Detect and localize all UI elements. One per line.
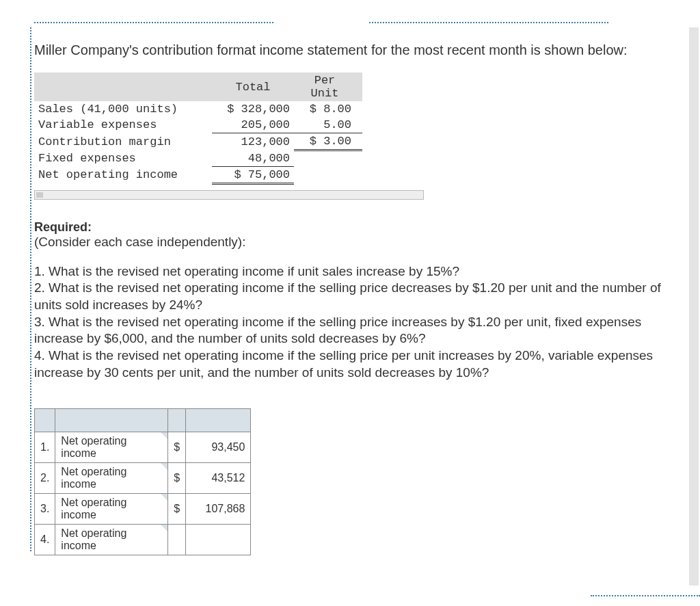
row-contribution-total: 123,000 [212, 133, 294, 150]
income-statement-table: Total Per Unit Sales (41,000 units) $ 32… [34, 73, 362, 185]
row-noi-unit [294, 166, 362, 183]
answer-row-4: 4. Net operating income [35, 525, 251, 555]
question-3: 3. What is the revised net operating inc… [34, 314, 686, 347]
header-total: Total [212, 73, 294, 101]
answer-num: 4. [35, 525, 55, 555]
row-variable-unit: 5.00 [294, 117, 362, 133]
question-4: 4. What is the revised net operating inc… [34, 347, 686, 381]
decorative-divider [30, 27, 31, 551]
row-sales-total: $ 328,000 [212, 101, 294, 117]
answer-currency[interactable]: $ [168, 432, 186, 463]
row-sales-unit: $ 8.00 [294, 101, 362, 117]
question-2: 2. What is the revised net operating inc… [34, 280, 686, 313]
row-fixed-unit [294, 150, 362, 167]
row-noi-label: Net operating income [34, 166, 212, 183]
answers-table: 1. Net operating income $ 93,450 2. Net … [34, 408, 251, 555]
spacer-cell [168, 409, 186, 432]
header-per-unit: Per Unit [294, 73, 362, 101]
answer-currency[interactable]: $ [168, 463, 186, 494]
row-contribution-unit: $ 3.00 [294, 133, 362, 150]
answer-num: 1. [35, 432, 55, 463]
decorative-divider [591, 595, 700, 596]
row-fixed-label: Fixed expenses [34, 150, 212, 167]
answer-value-input[interactable] [186, 525, 251, 555]
answer-label: Net operating income [55, 463, 168, 494]
row-sales-label: Sales (41,000 units) [34, 101, 212, 117]
answer-row-3: 3. Net operating income $ 107,868 [35, 494, 251, 525]
questions-block: 1. What is the revised net operating inc… [34, 263, 686, 382]
vertical-scrollbar[interactable] [689, 27, 699, 585]
answer-value-input[interactable]: 107,868 [186, 494, 251, 525]
required-heading: Required: [34, 220, 686, 235]
answer-label: Net operating income [55, 525, 168, 555]
row-variable-total: 205,000 [212, 117, 294, 133]
row-contribution-label: Contribution margin [34, 133, 212, 150]
header-blank [34, 73, 212, 101]
answer-value-input[interactable]: 43,512 [186, 463, 251, 494]
answer-label: Net operating income [55, 494, 168, 525]
decorative-divider [34, 22, 273, 23]
answer-num: 2. [35, 463, 55, 494]
row-noi-total: $ 75,000 [212, 166, 294, 183]
answer-value-input[interactable]: 93,450 [186, 432, 251, 463]
spacer-cell [55, 409, 168, 432]
horizontal-scrollbar[interactable] [34, 190, 424, 200]
consider-text: (Consider each case independently): [34, 235, 686, 250]
spacer-cell [35, 409, 55, 432]
answer-row-1: 1. Net operating income $ 93,450 [35, 432, 251, 463]
spacer-cell [186, 409, 251, 432]
answer-label: Net operating income [55, 432, 168, 463]
decorative-divider [369, 22, 608, 23]
question-1: 1. What is the revised net operating inc… [34, 263, 686, 280]
answer-row-2: 2. Net operating income $ 43,512 [35, 463, 251, 494]
row-fixed-total: 48,000 [212, 150, 294, 167]
intro-text: Miller Company's contribution format inc… [34, 41, 686, 59]
answer-num: 3. [35, 494, 55, 525]
row-variable-label: Variable expenses [34, 117, 212, 133]
answer-currency[interactable]: $ [168, 494, 186, 525]
answer-currency[interactable] [168, 525, 186, 555]
